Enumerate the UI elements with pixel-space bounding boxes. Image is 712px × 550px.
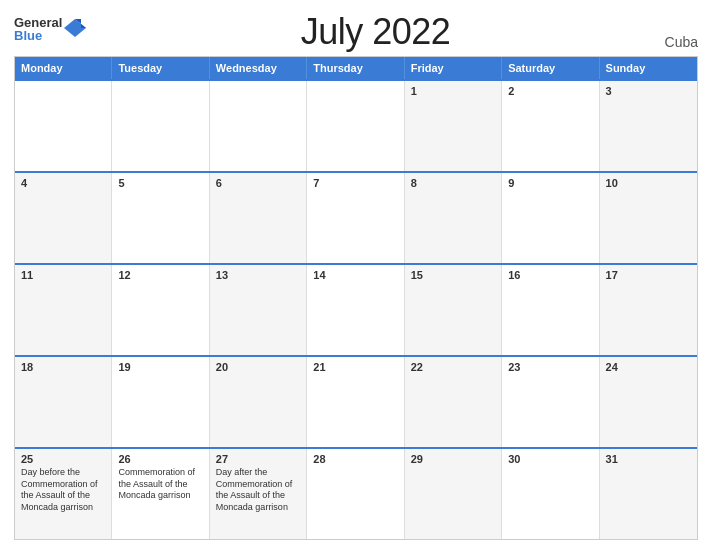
logo-flag-icon [64,17,86,39]
cell-w1-tue [112,81,209,171]
cell-jul11: 11 [15,265,112,355]
cell-jul14: 14 [307,265,404,355]
page: General Blue July 2022 Cuba Monday Tuesd… [0,0,712,550]
cell-jul20: 20 [210,357,307,447]
week-1: 1 2 3 [15,79,697,171]
logo: General Blue [14,16,86,42]
cell-jul4: 4 [15,173,112,263]
header-tuesday: Tuesday [112,57,209,79]
cell-jul27: 27 Day after the Commemoration of the As… [210,449,307,539]
cell-jul19: 19 [112,357,209,447]
cell-jul8: 8 [405,173,502,263]
header-friday: Friday [405,57,502,79]
cell-jul29: 29 [405,449,502,539]
cell-jul21: 21 [307,357,404,447]
header-saturday: Saturday [502,57,599,79]
week-4: 18 19 20 21 22 23 24 [15,355,697,447]
header-thursday: Thursday [307,57,404,79]
logo-blue-text: Blue [14,29,62,42]
cell-jul5: 5 [112,173,209,263]
cell-jul10: 10 [600,173,697,263]
calendar: Monday Tuesday Wednesday Thursday Friday… [14,56,698,540]
cell-jul7: 7 [307,173,404,263]
week-2: 4 5 6 7 8 9 10 [15,171,697,263]
title-block: July 2022 [86,12,664,52]
cell-w1-mon [15,81,112,171]
cell-jul24: 24 [600,357,697,447]
cell-jul31: 31 [600,449,697,539]
cell-jul6: 6 [210,173,307,263]
cell-jul17: 17 [600,265,697,355]
calendar-body: 1 2 3 4 5 6 [15,79,697,539]
cell-jul1: 1 [405,81,502,171]
country-label: Cuba [665,34,698,52]
header-wednesday: Wednesday [210,57,307,79]
cell-jul2: 2 [502,81,599,171]
cell-jul13: 13 [210,265,307,355]
header-monday: Monday [15,57,112,79]
cell-jul23: 23 [502,357,599,447]
header-sunday: Sunday [600,57,697,79]
cell-jul28: 28 [307,449,404,539]
cell-jul15: 15 [405,265,502,355]
cell-jul18: 18 [15,357,112,447]
cell-jul26: 26 Commemoration of the Assault of the M… [112,449,209,539]
header: General Blue July 2022 Cuba [14,12,698,52]
cell-w1-wed [210,81,307,171]
calendar-title: July 2022 [86,12,664,52]
cell-jul12: 12 [112,265,209,355]
week-3: 11 12 13 14 15 16 17 [15,263,697,355]
calendar-header-row: Monday Tuesday Wednesday Thursday Friday… [15,57,697,79]
cell-jul3: 3 [600,81,697,171]
cell-jul9: 9 [502,173,599,263]
cell-jul30: 30 [502,449,599,539]
cell-jul25: 25 Day before the Commemoration of the A… [15,449,112,539]
cell-jul22: 22 [405,357,502,447]
cell-jul16: 16 [502,265,599,355]
cell-w1-thu [307,81,404,171]
week-5: 25 Day before the Commemoration of the A… [15,447,697,539]
